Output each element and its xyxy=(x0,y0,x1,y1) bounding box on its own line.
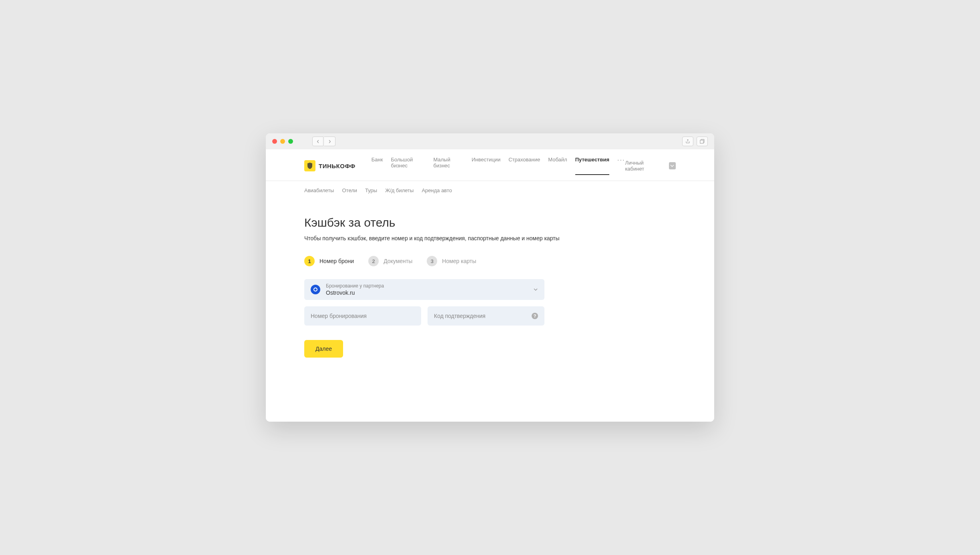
close-window-icon[interactable] xyxy=(272,139,277,144)
logo[interactable]: ТИНЬКОФФ xyxy=(304,160,355,171)
step-label: Номер карты xyxy=(442,258,476,264)
submit-button[interactable]: Далее xyxy=(304,340,343,358)
nav-small-business[interactable]: Малый бизнес xyxy=(434,157,464,175)
confirmation-code-field: ? xyxy=(428,306,544,326)
nav-buttons xyxy=(312,137,335,146)
form-section: Бронирование у партнера Ostrovok.ru ? xyxy=(304,279,544,358)
nav-bank[interactable]: Банк xyxy=(372,157,383,175)
partner-label: Бронирование у партнера xyxy=(326,283,528,290)
maximize-window-icon[interactable] xyxy=(288,139,293,144)
step-documents[interactable]: 2 Документы xyxy=(368,256,412,266)
partner-value: Ostrovok.ru xyxy=(326,290,528,296)
help-icon[interactable]: ? xyxy=(532,313,538,319)
nav-travel[interactable]: Путешествия xyxy=(575,157,609,175)
step-number: 3 xyxy=(427,256,437,266)
partner-select[interactable]: Бронирование у партнера Ostrovok.ru xyxy=(304,279,544,300)
step-label: Документы xyxy=(384,258,412,264)
subnav-car-rental[interactable]: Аренда авто xyxy=(422,187,452,193)
nav-mobile[interactable]: Мобайл xyxy=(548,157,567,175)
sub-nav: Авиабилеты Отели Туры Ж/д билеты Аренда … xyxy=(266,181,714,200)
booking-number-input[interactable] xyxy=(311,313,415,319)
subnav-tours[interactable]: Туры xyxy=(365,187,377,193)
tabs-icon xyxy=(700,139,705,144)
traffic-lights xyxy=(272,139,293,144)
confirmation-code-input[interactable] xyxy=(434,313,528,319)
logo-shield-icon xyxy=(304,160,315,171)
titlebar-right xyxy=(682,137,708,146)
tabs-button[interactable] xyxy=(697,137,708,146)
share-icon xyxy=(685,139,690,144)
header-right: Личный кабинет xyxy=(625,160,676,172)
forward-button[interactable] xyxy=(324,137,335,146)
personal-cabinet-link[interactable]: Личный кабинет xyxy=(625,160,662,172)
svg-rect-0 xyxy=(700,140,703,143)
main-nav: Банк Большой бизнес Малый бизнес Инвести… xyxy=(372,157,625,175)
chevron-down-icon xyxy=(533,287,538,292)
back-button[interactable] xyxy=(312,137,323,146)
chevron-left-icon xyxy=(316,140,320,143)
step-booking-number[interactable]: 1 Номер брони xyxy=(304,256,354,266)
browser-window: ТИНЬКОФФ Банк Большой бизнес Малый бизне… xyxy=(266,133,714,422)
page-title: Кэшбэк за отель xyxy=(304,216,676,229)
nav-more-icon[interactable]: ··· xyxy=(617,157,625,175)
share-button[interactable] xyxy=(682,137,693,146)
subnav-flights[interactable]: Авиабилеты xyxy=(304,187,334,193)
step-number: 1 xyxy=(304,256,315,266)
subnav-hotels[interactable]: Отели xyxy=(342,187,357,193)
page-subtitle: Чтобы получить кэшбэк, введите номер и к… xyxy=(304,235,676,241)
nav-big-business[interactable]: Большой бизнес xyxy=(391,157,425,175)
avatar[interactable] xyxy=(669,162,676,169)
input-row: ? xyxy=(304,306,544,326)
logo-text: ТИНЬКОФФ xyxy=(319,163,355,169)
main-content: Кэшбэк за отель Чтобы получить кэшбэк, в… xyxy=(266,200,714,382)
step-card-number[interactable]: 3 Номер карты xyxy=(427,256,476,266)
partner-text: Бронирование у партнера Ostrovok.ru xyxy=(326,283,528,296)
minimize-window-icon[interactable] xyxy=(280,139,285,144)
booking-number-field xyxy=(304,306,421,326)
step-number: 2 xyxy=(368,256,379,266)
avatar-icon xyxy=(670,164,675,168)
nav-investments[interactable]: Инвестиции xyxy=(472,157,500,175)
header-top: ТИНЬКОФФ Банк Большой бизнес Малый бизне… xyxy=(304,157,676,175)
chevron-right-icon xyxy=(328,140,331,143)
site-header: ТИНЬКОФФ Банк Большой бизнес Малый бизне… xyxy=(266,149,714,181)
stepper: 1 Номер брони 2 Документы 3 Номер карты xyxy=(304,256,676,266)
partner-logo-icon xyxy=(311,285,320,294)
nav-insurance[interactable]: Страхование xyxy=(508,157,540,175)
browser-titlebar xyxy=(266,133,714,149)
subnav-trains[interactable]: Ж/д билеты xyxy=(385,187,414,193)
step-label: Номер брони xyxy=(319,258,354,264)
page-content: ТИНЬКОФФ Банк Большой бизнес Малый бизне… xyxy=(266,149,714,422)
